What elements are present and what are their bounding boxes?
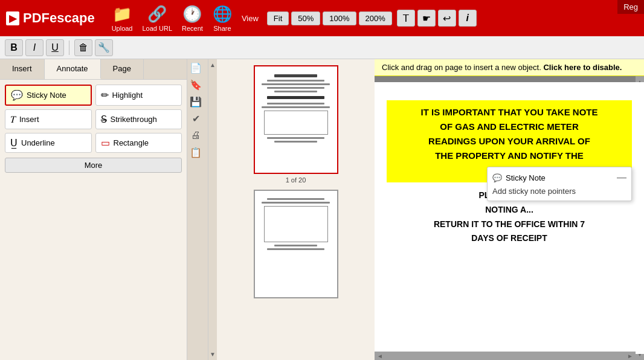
rectangle-label: Rectangle xyxy=(114,138,149,147)
sticky-tooltip-title: 💬 Sticky Note xyxy=(492,173,546,182)
upload-btn[interactable]: 📁 Upload xyxy=(112,5,133,32)
sticky-tooltip-title-text: Sticky Note xyxy=(506,173,546,182)
rectangle-icon: ▭ xyxy=(101,137,110,149)
zoom-200-btn[interactable]: 200% xyxy=(359,11,392,25)
load-url-btn[interactable]: 🔗 Load URL xyxy=(142,5,172,32)
highlight-line-1: IT IS IMPORTANT THAT YOU TAKE NOTE xyxy=(394,105,625,120)
recent-label: Recent xyxy=(182,25,203,32)
pdf-page: 💬 💬 IT IS IMPORTANT THAT YOU TAKE NOTE O… xyxy=(375,82,644,354)
share-btn[interactable]: 🌐 Share xyxy=(213,5,232,32)
upload-icon: 📁 xyxy=(112,5,132,24)
settings-btn[interactable]: 🔧 xyxy=(95,39,113,56)
insert-text-icon: 𝑇 xyxy=(10,114,16,125)
load-url-label: Load URL xyxy=(142,25,172,32)
reg-btn[interactable]: Reg xyxy=(617,0,644,14)
doc-table xyxy=(264,111,328,135)
pdf-area: Click and drag on page to insert a new o… xyxy=(375,59,644,360)
underline-annot-icon: U̲ xyxy=(10,137,18,149)
logo-escape: escape xyxy=(50,10,95,25)
underline-annot-btn[interactable]: U̲ Underline xyxy=(5,133,92,153)
zoom-100-btn[interactable]: 100% xyxy=(323,11,356,25)
sticky-note-btn[interactable]: 💬 Sticky Note xyxy=(5,85,92,106)
sticky-tooltip: 💬 Sticky Note — Add sticky note pointers xyxy=(487,167,632,201)
scroll-up-arrow[interactable]: ▲ xyxy=(210,62,216,68)
sticky-note-label: Sticky Note xyxy=(27,91,66,100)
load-url-icon: 🔗 xyxy=(147,5,167,24)
thumb-container: 1 of 20 xyxy=(254,65,338,298)
scroll-down-arrow[interactable]: ▼ xyxy=(210,351,216,358)
left-panel: Insert Annotate Page 💬 Sticky Note ✏ Hig… xyxy=(0,59,187,360)
scroll-bottom: ◄ ► xyxy=(375,352,636,360)
view-label: View xyxy=(242,14,259,23)
undo-icon[interactable]: ↩ xyxy=(438,10,456,27)
highlight-line-3: READINGS UPON YOUR ARRIVAL OF xyxy=(394,134,625,149)
info-bar: Click and drag on page to insert a new o… xyxy=(375,59,644,76)
recent-btn[interactable]: 🕐 Recent xyxy=(182,5,203,32)
delete-btn[interactable]: 🗑 xyxy=(74,39,92,56)
thumb-image-1 xyxy=(254,65,338,174)
info-icon[interactable]: i xyxy=(459,10,477,27)
separator xyxy=(69,40,69,55)
tab-page[interactable]: Page xyxy=(101,59,144,79)
sidebar-pages-icon[interactable]: 📄 xyxy=(187,59,204,76)
underline-btn[interactable]: U xyxy=(46,39,64,56)
fit-btn[interactable]: Fit xyxy=(267,11,289,25)
thumb-content-2 xyxy=(257,193,335,295)
insert-btn[interactable]: 𝑇 Insert xyxy=(5,109,92,129)
sticky-tooltip-body: Add sticky note pointers xyxy=(492,187,626,196)
sticky-tooltip-icon: 💬 xyxy=(492,173,502,182)
annotate-grid: 💬 Sticky Note ✏ Highlight 𝑇 Insert S̶ St… xyxy=(5,85,182,153)
recent-icon: 🕐 xyxy=(182,5,202,24)
logo-pdf: PDFescape xyxy=(23,10,95,26)
sidebar-save-icon[interactable]: 💾 xyxy=(187,93,204,110)
topbar: ▶ PDFescape 📁 Upload 🔗 Load URL 🕐 Recent… xyxy=(0,0,644,36)
pdf-bottom-3: RETURN IT TO THE OFFICE WITHIN 7 xyxy=(387,217,632,232)
text-cursor-icon[interactable]: 𝖳 xyxy=(397,10,415,27)
info-bar-click-here[interactable]: Click here to disable. xyxy=(543,63,622,72)
sidebar-print-icon[interactable]: 🖨 xyxy=(187,127,204,144)
share-icon: 🌐 xyxy=(213,5,232,24)
sidebar-check-icon[interactable]: ✔ xyxy=(187,110,204,127)
scroll-bottom-right[interactable]: ► xyxy=(627,353,633,359)
upload-label: Upload xyxy=(112,25,133,32)
underline-annot-label: Underline xyxy=(21,138,55,147)
strikethrough-label: Strikethrough xyxy=(111,115,157,124)
sticky-tooltip-header: 💬 Sticky Note — xyxy=(492,172,626,183)
logo: ▶ PDFescape xyxy=(6,10,95,26)
highlight-icon: ✏ xyxy=(101,89,109,101)
rectangle-btn[interactable]: ▭ Rectangle xyxy=(95,133,182,153)
page-thumb-1[interactable]: 1 of 20 xyxy=(254,65,338,184)
share-label: Share xyxy=(213,25,231,32)
pdf-bottom-2: NOTING A... xyxy=(387,203,632,217)
info-bar-message: Click and drag on page to insert a new o… xyxy=(382,63,541,72)
highlight-label: Highlight xyxy=(112,91,143,100)
bold-btn[interactable]: B xyxy=(5,39,23,56)
page-thumb-2[interactable] xyxy=(254,190,338,298)
tab-annotate[interactable]: Annotate xyxy=(45,59,101,79)
sidebar: 📄 🔖 💾 ✔ 🖨 📋 xyxy=(187,59,208,360)
thumb-panel: ▲ ▼ xyxy=(208,59,375,360)
highlight-line-4: THE PROPERTY AND NOTIFY THE xyxy=(394,149,625,163)
sidebar-bookmark-icon[interactable]: 🔖 xyxy=(187,76,204,93)
highlight-line-2: OF GAS AND ELECTRIC METER xyxy=(394,120,625,134)
more-btn[interactable]: More xyxy=(5,158,182,173)
sidebar-page-icon[interactable]: 📋 xyxy=(187,144,204,161)
thumb-image-2 xyxy=(254,190,338,298)
main: Insert Annotate Page 💬 Sticky Note ✏ Hig… xyxy=(0,59,644,360)
sticky-note-icon: 💬 xyxy=(11,89,23,101)
zoom-50-btn[interactable]: 50% xyxy=(291,11,320,25)
pdf-content: ▲ ▼ 💬 💬 IT IS IMPORTANT THAT YOU TAKE NO… xyxy=(375,76,644,360)
highlight-btn[interactable]: ✏ Highlight xyxy=(95,85,182,106)
scroll-left: ▲ ▼ xyxy=(208,59,217,360)
tab-insert[interactable]: Insert xyxy=(0,59,45,79)
pdf-bottom-4: DAYS OF RECEIPT xyxy=(387,231,632,246)
view-toolbar: B I U 🗑 🔧 xyxy=(0,36,644,59)
tabs: Insert Annotate Page xyxy=(0,59,187,80)
italic-btn[interactable]: I xyxy=(25,39,43,56)
strikethrough-icon: S̶ xyxy=(101,114,107,125)
scroll-bottom-left[interactable]: ◄ xyxy=(377,353,383,359)
sticky-tooltip-close[interactable]: — xyxy=(617,172,626,183)
thumb-content-1 xyxy=(257,68,335,171)
strikethrough-btn[interactable]: S̶ Strikethrough xyxy=(95,109,182,129)
pointer-icon[interactable]: ☛ xyxy=(417,10,436,27)
